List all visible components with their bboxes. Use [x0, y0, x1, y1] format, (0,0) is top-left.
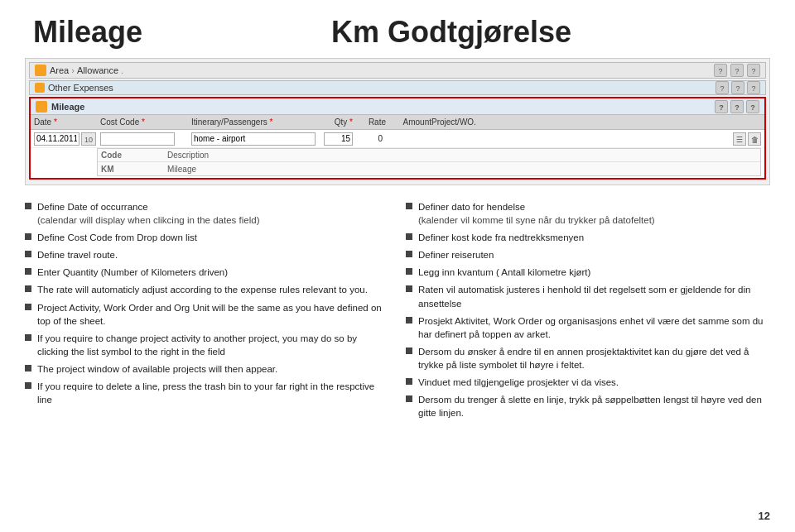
bullet-icon: [25, 304, 31, 310]
bullet-icon: [406, 395, 412, 402]
subtable-col-desc-header: Description: [164, 151, 263, 160]
bullet-icon: [25, 365, 31, 371]
right-bullet-item: Vinduet med tilgjengelige prosjekter vi …: [406, 376, 770, 389]
subtable-km-desc: Mileage: [164, 165, 263, 174]
screenshot-area: Area › Allowance . ? ? ? Other Expenses …: [25, 58, 770, 185]
right-bullet-item: Definer kost kode fra nedtrekksmenyen: [406, 231, 770, 244]
date-calendar-btn[interactable]: 10: [81, 132, 96, 146]
bullet-icon: [406, 317, 412, 324]
bullet-icon: [406, 203, 412, 209]
other-expenses-label: Other Expenses: [48, 83, 113, 93]
oe-btn-3[interactable]: ?: [747, 81, 760, 94]
bullet-text: Dersom du ønsker å endre til en annen pr…: [418, 345, 770, 371]
right-bullet-item: Definer reiseruten: [406, 248, 770, 261]
qty-cell: [324, 132, 353, 146]
bullet-text: Definer dato for hendelse(kalender vil k…: [418, 200, 770, 227]
bullet-text: Definer reiseruten: [418, 248, 770, 261]
breadcrumb-btn-3[interactable]: ?: [747, 64, 760, 77]
bullet-text: Define Date of occurrance(calendar will …: [37, 200, 389, 227]
qty-input[interactable]: [324, 132, 353, 146]
bullet-text: If you require to delete a line, press t…: [37, 380, 389, 406]
rate-cell: 0: [353, 134, 386, 143]
bullet-text: Legg inn kvantum ( Antall kilometre kjør…: [418, 266, 770, 279]
left-bullet-item: Define Cost Code from Drop down list: [25, 231, 389, 244]
mileage-btn-1[interactable]: ?: [715, 100, 728, 113]
title-mileage: Mileage: [33, 15, 248, 50]
bullet-icon: [25, 285, 31, 292]
other-expenses-icon: [35, 83, 45, 93]
subtable-header-row: Code Description: [98, 149, 760, 162]
col-header-itinerary: Itinerary/Passengers *: [191, 117, 324, 127]
col-header-costcode: Cost Code *: [100, 117, 191, 127]
row-delete-btn[interactable]: 🗑: [748, 132, 761, 146]
right-column: Definer dato for hendelse(kalender vil k…: [406, 200, 770, 424]
subtable-col-code-header: Code: [98, 151, 164, 160]
bullet-text: The project window of available projects…: [37, 362, 389, 376]
right-bullet-item: Dersom du ønsker å endre til en annen pr…: [406, 345, 770, 371]
mileage-btn-2[interactable]: ?: [730, 100, 744, 113]
costcode-cell: [100, 132, 191, 146]
bullet-text: Vinduet med tilgjengelige prosjekter vi …: [418, 376, 770, 389]
mileage-panel: Mileage ? ? ? Date * Cost Code * Itinera…: [29, 97, 766, 180]
breadcrumb-btn-1[interactable]: ?: [714, 64, 727, 77]
right-bullet-item: Raten vil automatisk justeres i henhold …: [406, 283, 770, 309]
data-row: 10 0 ☰ 🗑: [31, 130, 764, 148]
breadcrumb-actions: ? ? ?: [714, 64, 760, 77]
mileage-title-bar: Mileage ? ? ?: [31, 98, 764, 115]
right-bullet-item: Definer dato for hendelse(kalender vil k…: [406, 200, 770, 227]
right-bullet-item: Prosjekt Aktivitet, Work Order og organi…: [406, 314, 770, 341]
left-column: Define Date of occurrance(calendar will …: [25, 200, 389, 424]
right-bullet-item: Dersom du trenger å slette en linje, try…: [406, 393, 770, 419]
mileage-btn-3[interactable]: ?: [746, 100, 759, 113]
col-header-qty: Qty *: [324, 117, 353, 127]
bullet-text: The rate will automaticly adjust accordi…: [37, 283, 389, 296]
bullet-icon: [25, 268, 31, 275]
right-bullet-item: Legg inn kvantum ( Antall kilometre kjør…: [406, 266, 770, 279]
subtable: Code Description KM Mileage: [97, 148, 761, 176]
header-row: Mileage Km Godtgjørelse: [0, 0, 795, 58]
left-bullet-item: The rate will automaticly adjust accordi…: [25, 283, 389, 296]
date-input[interactable]: [34, 132, 80, 146]
left-bullet-item: Project Activity, Work Order and Org Uni…: [25, 301, 389, 328]
bullet-icon: [406, 233, 412, 240]
row-actions: ☰ 🗑: [733, 132, 761, 146]
breadcrumb-allowance: Allowance: [77, 65, 118, 75]
breadcrumb-btn-2[interactable]: ?: [730, 64, 744, 77]
mileage-icon: [36, 101, 47, 113]
costcode-input[interactable]: [100, 132, 175, 146]
left-bullet-item: Define travel route.: [25, 248, 389, 261]
col-header-amount: Amount: [386, 117, 431, 127]
oe-btn-1[interactable]: ?: [716, 81, 729, 94]
column-headers: Date * Cost Code * Itinerary/Passengers …: [31, 115, 764, 130]
col-header-date: Date *: [34, 117, 100, 127]
mileage-actions: ? ? ?: [715, 100, 759, 113]
row-list-btn[interactable]: ☰: [733, 132, 746, 146]
bullet-text: Define Cost Code from Drop down list: [37, 231, 389, 244]
left-bullet-list: Define Date of occurrance(calendar will …: [25, 200, 389, 406]
bullet-text: Dersom du trenger å slette en linje, try…: [418, 393, 770, 419]
col-header-project: Project/WO.: [431, 117, 498, 127]
breadcrumb-sep: ›: [71, 65, 75, 75]
itinerary-cell: [191, 132, 324, 146]
breadcrumb-area: Area: [50, 65, 69, 75]
right-bullet-list: Definer dato for hendelse(kalender vil k…: [406, 200, 770, 419]
left-bullet-item: The project window of available projects…: [25, 362, 389, 376]
col-header-rate: Rate: [353, 117, 386, 127]
bullet-icon: [406, 378, 412, 385]
bullet-text: Definer kost kode fra nedtrekksmenyen: [418, 231, 770, 244]
bullet-icon: [25, 251, 31, 257]
bullet-text: Enter Quantity (Number of Kilometers dri…: [37, 266, 389, 279]
bullet-text: Project Activity, Work Order and Org Uni…: [37, 301, 389, 328]
bullet-text: If you require to change project activit…: [37, 332, 389, 358]
bullet-subtext: (calendar will display when clikcing in …: [37, 213, 389, 227]
area-icon: [35, 65, 46, 76]
other-expenses-bar: Other Expenses ? ? ?: [29, 80, 766, 95]
oe-btn-2[interactable]: ?: [731, 81, 744, 94]
itinerary-input[interactable]: [191, 132, 316, 146]
bullet-icon: [25, 233, 31, 240]
subtable-km-code: KM: [98, 165, 164, 174]
title-km-godtgjørelse: Km Godtgjørelse: [331, 15, 571, 50]
bullet-text: Prosjekt Aktivitet, Work Order og organi…: [418, 314, 770, 341]
bullet-icon: [406, 347, 412, 354]
left-bullet-item: If you require to change project activit…: [25, 332, 389, 358]
